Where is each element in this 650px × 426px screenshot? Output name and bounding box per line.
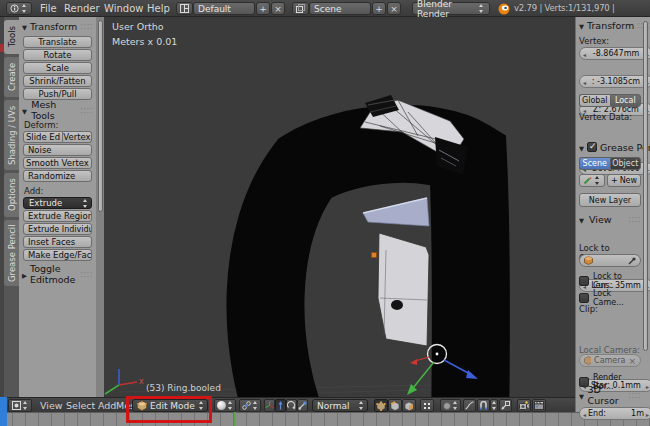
falloff-curve-icon	[465, 401, 474, 410]
camera-field[interactable]: Camera	[579, 354, 641, 367]
face-select-mode-button[interactable]	[402, 399, 416, 412]
make-edge-face-button[interactable]: Make Edge/Face	[23, 249, 92, 261]
rotate-button[interactable]: Rotate	[23, 49, 92, 61]
lock-to-cursor-row[interactable]: Lock to Cur...	[579, 272, 641, 290]
add-scene-button[interactable]	[372, 2, 386, 15]
scene-icon-button[interactable]	[292, 2, 309, 15]
timeline-strip[interactable]	[0, 412, 650, 426]
panel-header-transform[interactable]: Transform	[22, 20, 93, 32]
global-button[interactable]: Global	[579, 94, 610, 107]
screen-layout-icon-button[interactable]	[176, 2, 193, 15]
screen-layout-selector[interactable]: Default	[193, 2, 255, 15]
panel-grip-icon[interactable]	[80, 22, 93, 31]
grease-pencil-checkbox[interactable]	[587, 142, 597, 152]
limit-selection-visible-button[interactable]	[420, 399, 434, 412]
translate-button[interactable]: Translate	[23, 36, 92, 48]
panel-header-mesh-tools[interactable]: Mesh Tools	[22, 104, 93, 116]
tab-create[interactable]: Create	[4, 57, 19, 97]
props-scrollbar-thumb[interactable]	[643, 21, 648, 351]
vertex-x-field[interactable]: -8.8647mm	[579, 47, 650, 60]
clip-end-field[interactable]: End: 1m	[579, 407, 650, 420]
vertex-select-mode-button[interactable]	[374, 399, 388, 412]
rotate-manipulator-button[interactable]	[286, 399, 297, 412]
menu-file[interactable]: File	[40, 0, 57, 17]
scale-manipulator-button[interactable]	[297, 399, 308, 412]
translate-manipulator-button[interactable]	[275, 399, 286, 412]
ring-object[interactable]	[265, 144, 470, 398]
opengl-render-still-button[interactable]	[517, 399, 531, 412]
delete-scene-button[interactable]	[387, 2, 401, 15]
disclosure-triangle-icon	[22, 21, 27, 32]
object-origin-dot	[372, 253, 377, 258]
menu-window[interactable]: Window	[104, 0, 143, 17]
scene-source-button[interactable]: Scene	[579, 157, 610, 170]
extrude-region-button[interactable]: Extrude Region	[23, 210, 92, 222]
opengl-render-anim-button[interactable]	[532, 399, 546, 412]
falloff-dropdown[interactable]	[463, 399, 476, 412]
panel-header-view[interactable]: View	[579, 213, 641, 225]
delete-layout-button[interactable]	[271, 2, 285, 15]
panel-header-transform-n[interactable]: Transform	[579, 19, 641, 31]
clear-icon[interactable]	[628, 356, 636, 366]
panel-grip-icon[interactable]	[80, 106, 93, 115]
3d-viewport[interactable]: User Ortho Meters x 0.01 (53) Ring.boole…	[104, 17, 575, 398]
viewport-shading-dropdown[interactable]	[214, 399, 236, 412]
pivot-point-dropdown[interactable]	[239, 399, 261, 412]
snap-toggle-button[interactable]	[477, 399, 490, 412]
add-layout-button[interactable]	[256, 2, 270, 15]
mode-dropdown[interactable]: Edit Mode	[132, 399, 208, 412]
panel-header-toggle-editmode[interactable]: Toggle Editmode	[22, 268, 93, 280]
editor-type-button[interactable]	[6, 2, 32, 15]
extrude-dropdown[interactable]: Extrude	[23, 197, 92, 209]
manipulator-toggle-button[interactable]	[264, 399, 275, 412]
local-button[interactable]: Local	[610, 94, 642, 107]
tab-options[interactable]: Options	[4, 173, 19, 217]
panel-grip-icon[interactable]	[80, 270, 93, 279]
inset-faces-button[interactable]: Inset Faces	[23, 236, 92, 248]
vertex-y-field[interactable]: : -3.1085cm	[579, 75, 650, 88]
transform-orientation-dropdown[interactable]: Normal	[312, 399, 368, 412]
edge-select-cube-icon	[390, 401, 400, 411]
menu-render[interactable]: Render	[64, 0, 100, 17]
menu-add[interactable]: Add	[98, 398, 116, 413]
face-select-cube-icon	[404, 401, 414, 411]
snap-element-dropdown[interactable]	[490, 399, 498, 412]
vertex-slide-button[interactable]: Vertex	[63, 131, 92, 143]
extrude-individual-button[interactable]: Extrude Individual	[23, 223, 92, 235]
lock-object-field[interactable]	[579, 254, 641, 267]
new-grease-button[interactable]: New	[607, 174, 641, 187]
tab-grease-pencil[interactable]: Grease Pencil	[4, 220, 19, 286]
snap-target-button[interactable]	[499, 399, 512, 412]
new-layer-button[interactable]: New Layer	[579, 193, 641, 207]
object-source-button[interactable]: Object	[610, 157, 642, 170]
lock-to-cursor-checkbox[interactable]	[579, 276, 589, 286]
disclosure-triangle-icon	[22, 105, 28, 116]
dropdown-arrows-icon	[227, 400, 234, 411]
render-engine-selector[interactable]: Blender Render	[412, 2, 490, 15]
tab-tools[interactable]: Tools	[4, 20, 19, 54]
randomize-button[interactable]: Randomize	[23, 170, 92, 182]
menu-view[interactable]: View	[40, 398, 63, 413]
editor-type-button[interactable]	[8, 399, 32, 412]
units-label: Meters x 0.01	[112, 36, 177, 47]
scene-selector[interactable]: Scene	[309, 2, 371, 15]
smooth-vertex-button[interactable]: Smooth Vertex	[23, 157, 92, 169]
proportional-edit-dropdown[interactable]	[440, 399, 461, 412]
viewport-header: View Select Add Mesh Edit Mode	[0, 397, 575, 412]
panel-grip-icon[interactable]	[628, 391, 641, 400]
scale-button[interactable]: Scale	[23, 62, 92, 74]
draw-mode-dropdown[interactable]	[579, 174, 605, 187]
shrink-fatten-button[interactable]: Shrink/Fatten	[23, 75, 92, 87]
current-frame-marker[interactable]	[234, 412, 236, 426]
panel-header-grease-pencil[interactable]: Grease Pen	[579, 141, 641, 153]
edge-select-mode-button[interactable]	[388, 399, 402, 412]
slide-edge-button[interactable]: Slide Ed	[23, 131, 63, 143]
panel-header-3d-cursor[interactable]: 3D Cursor	[579, 389, 641, 401]
tab-shading-uvs[interactable]: Shading / UVs	[4, 100, 19, 170]
panel-grip-icon[interactable]	[628, 215, 641, 224]
menu-select[interactable]: Select	[66, 398, 95, 413]
shelf-scrollbar-thumb[interactable]	[98, 20, 103, 212]
menu-help[interactable]: Help	[147, 0, 170, 17]
lock-camera-checkbox[interactable]	[579, 293, 589, 303]
noise-button[interactable]: Noise	[23, 144, 92, 156]
